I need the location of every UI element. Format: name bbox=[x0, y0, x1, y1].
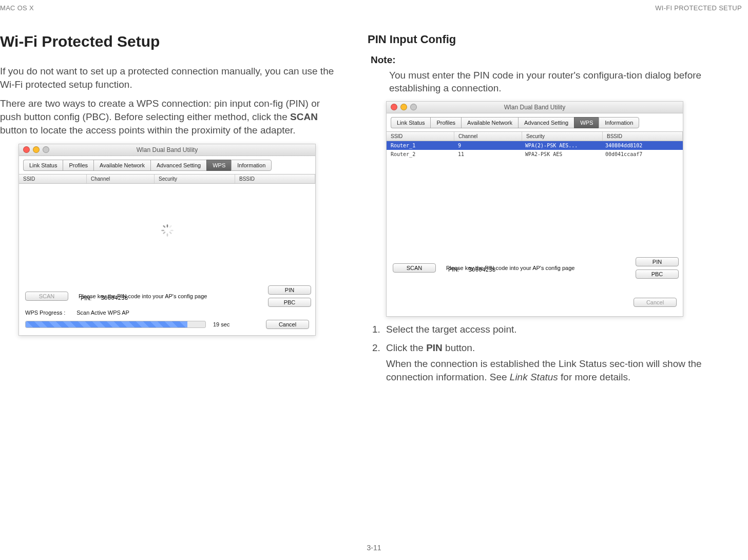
pin-label: PIN: bbox=[81, 295, 91, 301]
cancel-button[interactable]: Cancel bbox=[634, 298, 677, 307]
loading-spinner-icon bbox=[161, 224, 174, 237]
intro-paragraph-1: If you do not want to set up a protected… bbox=[0, 65, 339, 91]
pin-button[interactable]: PIN bbox=[268, 285, 311, 295]
col-bssid: BSSID bbox=[603, 132, 683, 141]
tab-link-status[interactable]: Link Status bbox=[23, 160, 63, 171]
page-number: 3-11 bbox=[367, 544, 381, 552]
left-column: Wi-Fi Protected Setup If you do not want… bbox=[0, 33, 339, 389]
pin-hint: Please key the PIN code into your AP's c… bbox=[446, 265, 574, 271]
pin-button[interactable]: PIN bbox=[636, 257, 679, 266]
col-ssid: SSID bbox=[19, 175, 87, 183]
wps-progress-status: Scan Active WPS AP bbox=[76, 310, 129, 316]
step-2-detail: When the connection is established the L… bbox=[386, 357, 706, 383]
tab-profiles[interactable]: Profiles bbox=[430, 117, 461, 128]
col-security: Security bbox=[155, 175, 235, 183]
tab-profiles[interactable]: Profiles bbox=[63, 160, 93, 171]
scan-button[interactable]: SCAN bbox=[393, 263, 436, 273]
progress-time: 19 sec bbox=[213, 321, 229, 327]
tab-information[interactable]: Information bbox=[599, 117, 639, 128]
pbc-button[interactable]: PBC bbox=[636, 269, 679, 279]
pin-label: PIN: bbox=[448, 266, 459, 273]
window-titlebar: Wlan Dual Band Utility bbox=[387, 102, 683, 113]
step-2: Click the PIN button. When the connectio… bbox=[383, 341, 706, 384]
table-header: SSID Channel Security BSSID bbox=[19, 174, 315, 184]
svg-rect-5 bbox=[169, 231, 172, 235]
tab-information[interactable]: Information bbox=[231, 160, 272, 171]
table-header: SSID Channel Security BSSID bbox=[387, 131, 683, 141]
col-channel: Channel bbox=[87, 175, 155, 183]
window-title: Wlan Dual Band Utility bbox=[504, 104, 565, 111]
pin-hint: Please key the PIN code into your AP's c… bbox=[79, 293, 207, 299]
tab-advanced-setting[interactable]: Advanced Setting bbox=[518, 117, 574, 128]
tab-wps[interactable]: WPS bbox=[206, 160, 231, 171]
pin-value: 30004238 bbox=[101, 295, 128, 301]
window-traffic-lights bbox=[23, 146, 49, 153]
running-header-right: WI-FI PROTECTED SETUP bbox=[655, 4, 742, 12]
pin-value: 30004238 bbox=[468, 266, 495, 273]
close-icon[interactable] bbox=[23, 146, 30, 153]
zoom-icon[interactable] bbox=[43, 146, 49, 153]
window-titlebar: Wlan Dual Band Utility bbox=[19, 144, 315, 156]
col-channel: Channel bbox=[454, 132, 522, 141]
tabbar: Link Status Profiles Available Network A… bbox=[23, 160, 311, 171]
col-bssid: BSSID bbox=[235, 175, 315, 183]
minimize-icon[interactable] bbox=[400, 104, 407, 110]
steps-list: Select the target access point. Click th… bbox=[368, 323, 706, 384]
document-page: { "header": { "left": "MAC OS X", "right… bbox=[0, 0, 748, 560]
tab-advanced-setting[interactable]: Advanced Setting bbox=[150, 160, 206, 171]
wps-progress-label: WPS Progress : bbox=[25, 310, 65, 316]
network-list-empty bbox=[19, 184, 315, 281]
note-label: Note: bbox=[371, 53, 706, 67]
window-traffic-lights bbox=[391, 104, 417, 110]
intro-paragraph-2: There are two ways to create a WPS conne… bbox=[0, 97, 339, 137]
minimize-icon[interactable] bbox=[33, 146, 40, 153]
progress-bar bbox=[25, 321, 206, 328]
bottom-panel: SCAN Please key the PIN code into your A… bbox=[19, 281, 315, 335]
svg-rect-0 bbox=[166, 225, 168, 228]
svg-rect-3 bbox=[170, 230, 173, 231]
tab-link-status[interactable]: Link Status bbox=[391, 117, 430, 128]
col-security: Security bbox=[522, 132, 603, 141]
col-ssid: SSID bbox=[387, 132, 454, 141]
section-title-pin-input: PIN Input Config bbox=[368, 33, 706, 46]
step-1: Select the target access point. bbox=[383, 323, 706, 336]
table-row[interactable]: Router_2 11 WPA2-PSK AES 00d041ccaaf7 bbox=[387, 150, 683, 159]
right-column: PIN Input Config Note: You must enter th… bbox=[368, 33, 706, 389]
screenshot-scanning: Wlan Dual Band Utility Link Status Profi… bbox=[18, 144, 316, 336]
network-list[interactable]: Router_1 9 WPA(2)-PSK AES... 340804dd810… bbox=[387, 141, 683, 253]
window-title: Wlan Dual Band Utility bbox=[137, 146, 198, 153]
running-header-left: MAC OS X bbox=[0, 4, 34, 12]
tab-wps[interactable]: WPS bbox=[574, 117, 599, 128]
tabbar: Link Status Profiles Available Network A… bbox=[391, 117, 679, 128]
svg-rect-2 bbox=[161, 230, 164, 231]
bottom-panel: SCAN Please key the PIN code into your A… bbox=[387, 253, 683, 316]
table-row[interactable]: Router_1 9 WPA(2)-PSK AES... 340804dd810… bbox=[387, 141, 683, 150]
scan-button[interactable]: SCAN bbox=[25, 292, 68, 301]
note-body: You must enter the PIN code in your rout… bbox=[389, 69, 706, 95]
screenshot-pin-config: Wlan Dual Band Utility Link Status Profi… bbox=[386, 101, 683, 317]
close-icon[interactable] bbox=[391, 104, 397, 110]
tab-available-network[interactable]: Available Network bbox=[461, 117, 518, 128]
svg-rect-6 bbox=[169, 225, 172, 228]
pbc-button[interactable]: PBC bbox=[268, 298, 311, 307]
svg-rect-1 bbox=[166, 234, 168, 237]
page-title: Wi-Fi Protected Setup bbox=[0, 33, 339, 50]
zoom-icon[interactable] bbox=[410, 104, 417, 110]
svg-rect-7 bbox=[162, 231, 165, 235]
cancel-button[interactable]: Cancel bbox=[266, 320, 309, 329]
tab-available-network[interactable]: Available Network bbox=[93, 160, 150, 171]
svg-rect-4 bbox=[162, 225, 165, 228]
